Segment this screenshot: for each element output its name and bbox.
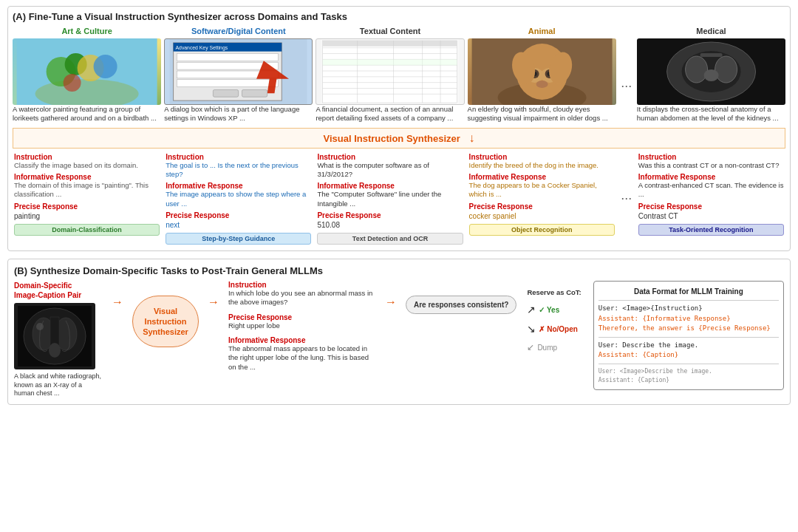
svg-rect-20 [323,41,457,47]
b-yes-verdict: ↗ ✓ Yes [527,304,581,316]
b-arrow2-container: → [205,281,222,309]
b-arrow3-container: → [382,281,400,309]
inst-text-animal: Identify the breed of the dog in the ima… [469,161,615,170]
domain-textual: Textual Content [316,27,464,123]
inst-text-sw: The goal is to ... Is the next or the pr… [166,161,311,180]
b-xray-image [14,303,95,369]
dump-icon: ↙ [527,342,534,352]
inst-label-med: Instruction [638,153,784,161]
df-therefore: Therefore, the answer is {Precise Respon… [598,324,771,332]
textual-caption: A financial document, a section of an an… [316,105,464,123]
svg-rect-19 [323,41,457,103]
table-svg [316,39,463,104]
domain-animal-label: Animal [528,27,556,35]
prec-val-txt: 510.08 [317,221,463,229]
prec-label-txt: Precise Response [317,211,463,219]
divider2 [598,337,779,338]
b-arrow1-icon: → [109,296,126,309]
df-line6: User: <Image>Describe the image. [598,367,779,376]
prec-val-sw: next [166,221,311,229]
section-b-title: (B) Synthesize Domain-Specific Tasks to … [14,265,784,276]
inf-text-med: A contrast-enhanced CT scan. The evidenc… [638,181,784,200]
inf-label-med: Informative Response [638,173,784,181]
svg-point-52 [703,69,718,81]
domain-art: Art & Culture A watercolor painting feat… [13,27,161,123]
svg-rect-53 [700,53,722,57]
data-format-box: Data Format for MLLM Training User: <Ima… [593,281,784,390]
domain-software-label: Software/Digital Content [191,27,286,35]
software-caption: A dialog box which is a part of the lang… [164,105,313,123]
b-consistent-container: Are responses consistent? [406,281,516,314]
b-left-label1: Domain-Specific [14,282,72,290]
df-line5: Assistant: {Caption} [598,350,779,361]
inf-label-animal: Informative Response [469,173,615,181]
inst-text-art: Classify the image based on its domain. [14,161,160,170]
b-consistent-label: Are responses consistent? [414,301,508,309]
svg-point-44 [536,81,548,88]
inst-col-art: Instruction Classify the image based on … [13,151,161,246]
inst-label-sw: Instruction [166,153,311,161]
df-line7: Assistant: {Caption} [598,376,779,385]
tag-animal: Object Recognition [469,224,615,236]
df-user2: User: Describe the image. [598,341,698,349]
inst-col-animal: Instruction Identify the breed of the do… [468,151,616,246]
inf-text-art: The domain of this image is "painting". … [14,181,160,200]
b-yes-label: ✓ Yes [539,306,559,314]
svg-point-59 [49,343,61,358]
b-informative-block: Informative Response The abnormal mass a… [228,336,376,372]
svg-text:Advanced Key Settings: Advanced Key Settings [176,45,228,51]
b-synth-box: VisualInstructionSynthesizer [132,296,199,347]
df-user3: User: <Image>Describe the image. [598,368,712,375]
tag-art: Domain-Classification [14,224,160,236]
domain-animal: Animal [468,27,616,123]
domain-software: Software/Digital Content Advanced Key Se… [164,27,313,123]
b-arrow2-icon: → [205,296,222,309]
b-arrow1-container: → [109,281,126,309]
software-image: Advanced Key Settings [164,38,313,105]
prec-val-art: painting [14,212,160,220]
medical-image [637,38,785,105]
svg-point-50 [685,56,707,83]
inf-text-animal: The dog appears to be a Cocker Spaniel, … [469,181,615,200]
instruction-row: Instruction Classify the image based on … [13,151,785,246]
svg-rect-34 [323,59,457,65]
svg-rect-16 [214,89,239,97]
b-dump-label: Dump [537,344,557,352]
b-reserve-label: Reserve as CoT: [527,288,581,296]
b-left-label2: Image-Caption Pair [14,291,81,299]
inst-text-med: Was this a contrast CT or a non-contrast… [638,161,784,170]
b-middle-panel: Instruction In which lobe do you see an … [228,281,376,378]
df-line2: Assistant: {Informative Response} [598,314,779,324]
prec-label-animal: Precise Response [469,202,615,211]
section-a: (A) Fine-Tune a Visual Instruction Synth… [7,6,791,251]
main-container: (A) Fine-Tune a Visual Instruction Synth… [0,0,798,411]
inf-text-sw: The image appears to show the step where… [166,190,311,208]
dialog-svg: Advanced Key Settings [165,39,312,104]
tag-txt: Text Detection and OCR [317,233,463,245]
b-inst-label: Instruction [228,281,376,289]
svg-rect-14 [177,80,279,87]
inf-text-txt: The "Computer Software" line under the I… [317,190,463,208]
section-b-content: Domain-Specific Image-Caption Pair [14,281,784,398]
b-arrow3-icon: → [382,296,400,309]
inf-label-art: Informative Response [14,173,160,181]
section-b: (B) Synthesize Domain-Specific Tasks to … [7,259,791,405]
parrot-svg [13,38,161,105]
domain-textual-label: Textual Content [360,27,420,35]
df-line3: Therefore, the answer is {Precise Respon… [598,324,779,334]
inst-text-txt: What is the computer software as of 31/3… [317,161,463,180]
prec-val-med: Contrast CT [638,212,784,220]
b-consistent-box: Are responses consistent? [406,296,516,314]
inst-label-animal: Instruction [469,153,615,161]
inf-label-txt: Informative Response [317,182,463,190]
medical-caption: It displays the cross-sectional anatomy … [637,105,785,123]
prec-label-med: Precise Response [638,202,784,211]
animal-caption: An elderly dog with soulful, cloudy eyes… [468,105,616,123]
b-inst-text: In which lobe do you see an abnormal mas… [228,289,376,307]
b-left-panel: Domain-Specific Image-Caption Pair [14,281,103,398]
inst-col-med: Instruction Was this a contrast CT or a … [637,151,785,246]
art-caption: A watercolor painting featuring a group … [13,105,161,123]
b-instruction-block: Instruction In which lobe do you see an … [228,281,376,307]
svg-point-5 [94,55,117,78]
synthesizer-banner: Visual Instruction Synthesizer ↓ [13,128,785,149]
